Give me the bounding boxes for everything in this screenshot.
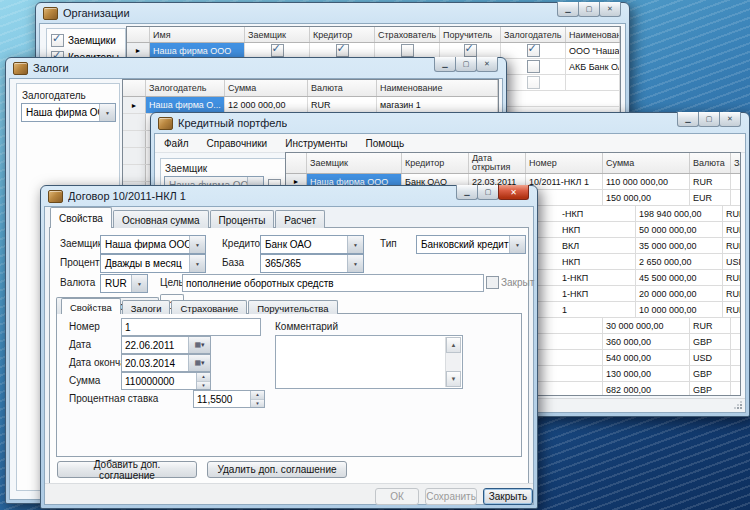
desktop: Организации ▁ ▢ ✕ Заемщики Кредиторы — [0, 0, 750, 510]
minimize-button[interactable]: ▁ — [677, 112, 699, 127]
borrowers-checkbox[interactable] — [51, 34, 64, 47]
pledger-checkbox[interactable] — [527, 60, 540, 73]
close-dialog-button[interactable]: Закрыть — [483, 488, 533, 505]
chevron-down-icon[interactable]: ▼ — [131, 275, 147, 292]
col-name[interactable]: Имя — [150, 27, 245, 42]
subtab-guarantees[interactable]: Поручительства — [248, 300, 337, 314]
spinner-buttons[interactable]: ▲▼ — [250, 391, 264, 407]
col-creditor[interactable]: Кредитор — [310, 27, 375, 42]
col-pledger[interactable]: Залогодатель — [146, 80, 225, 96]
rate-spinner[interactable]: 11,5500 ▲▼ — [193, 390, 265, 408]
pledger-checkbox[interactable] — [527, 76, 540, 89]
cell-currency: GBP — [690, 334, 731, 349]
cell-amount: 30 000 000,00 — [603, 318, 690, 333]
guarantor-checkbox[interactable] — [464, 44, 477, 57]
date-picker[interactable]: 22.06.2011 ▦▾ — [121, 336, 211, 354]
col-borrower[interactable]: Заемщик — [307, 153, 402, 173]
pledger-combobox[interactable]: Наша фирма ООО ▼ — [21, 103, 116, 122]
tab-principal[interactable]: Основная сумма — [113, 210, 209, 228]
pledges-titlebar[interactable]: Залоги — [6, 58, 506, 78]
chevron-down-icon[interactable]: ▼ — [189, 236, 205, 253]
subtab-insurance[interactable]: Страхование — [171, 300, 247, 314]
insurer-checkbox[interactable] — [401, 44, 414, 57]
comment-textarea[interactable]: ▲ ▼ — [275, 335, 463, 389]
end-date-picker[interactable]: 20.03.2014 ▦▾ — [121, 354, 211, 372]
organizations-titlebar[interactable]: Организации — [36, 3, 629, 23]
currency-label: Валюта — [60, 277, 95, 288]
cell-amount: 10 000 000,00 — [636, 302, 723, 317]
resize-grip[interactable] — [734, 401, 742, 409]
remove-supplement-button[interactable]: Удалить доп. соглашение — [207, 461, 347, 478]
subtab-properties[interactable]: Свойства — [61, 298, 121, 314]
amount-spinner[interactable]: 110000000 ▲▼ — [121, 372, 211, 390]
maximize-button[interactable]: ▢ — [578, 2, 600, 17]
type-combobox[interactable]: Банковский кредит▼ — [416, 235, 526, 254]
scroll-up-icon[interactable]: ▲ — [446, 337, 461, 353]
col-insurer[interactable]: Страхователь — [375, 27, 440, 42]
col-amount[interactable]: Сумма — [225, 80, 308, 96]
chevron-down-icon[interactable]: ▼ — [347, 255, 363, 272]
menu-file[interactable]: Файл — [155, 136, 198, 151]
menu-help[interactable]: Помощь — [357, 136, 414, 151]
app-icon — [158, 117, 173, 130]
maximize-button[interactable]: ▢ — [698, 112, 720, 127]
cell-currency: RUR — [308, 97, 377, 113]
chevron-down-icon[interactable]: ▼ — [189, 255, 205, 272]
cell-amount: 130 000,00 — [603, 366, 690, 381]
closed-checkbox[interactable] — [486, 276, 499, 289]
portfolio-titlebar[interactable]: Кредитный портфель — [151, 113, 749, 133]
close-button[interactable]: ✕ — [599, 2, 621, 17]
add-supplement-button[interactable]: Добавить доп. соглашение — [57, 461, 197, 478]
currency-combobox[interactable]: RUR▼ — [100, 274, 148, 293]
filter-borrowers[interactable]: Заемщики — [51, 34, 116, 47]
chevron-down-icon[interactable]: ▼ — [99, 104, 115, 121]
col-pledger[interactable]: Залогодатель — [501, 27, 566, 42]
purpose-label: Цель — [160, 277, 184, 288]
borrower-checkbox[interactable] — [271, 44, 284, 57]
col-fullname[interactable]: Наименование — [566, 27, 620, 42]
chevron-down-icon[interactable]: ▼ — [509, 236, 525, 253]
menu-directories[interactable]: Справочники — [198, 136, 277, 151]
number-input[interactable]: 1 — [121, 318, 261, 336]
creditor-combobox[interactable]: Банк ОАО▼ — [260, 235, 364, 254]
col-currency[interactable]: Валюта — [308, 80, 377, 96]
col-name[interactable]: Наименование — [377, 80, 498, 96]
col-closed[interactable]: Закрыт — [731, 153, 741, 173]
col-currency[interactable]: Валюта — [690, 153, 731, 173]
ok-button[interactable]: ОК — [375, 488, 419, 505]
tab-calculation[interactable]: Расчет — [275, 210, 325, 228]
menu-tools[interactable]: Инструменты — [276, 136, 356, 151]
chevron-down-icon[interactable]: ▼ — [347, 236, 363, 253]
save-button[interactable]: Сохранить — [425, 488, 477, 505]
col-guarantor[interactable]: Поручитель — [440, 27, 501, 42]
col-borrower[interactable]: Заемщик — [245, 27, 310, 42]
purpose-input[interactable]: пополнение оборотных средств — [182, 274, 484, 292]
subtab-pledges[interactable]: Залоги — [122, 300, 171, 314]
minimize-button[interactable]: ▁ — [434, 57, 456, 72]
col-amount[interactable]: Сумма — [603, 153, 690, 173]
portfolio-title: Кредитный портфель — [178, 117, 287, 129]
creditor-checkbox[interactable] — [336, 44, 349, 57]
pledger-checkbox[interactable] — [527, 44, 540, 57]
tab-interest[interactable]: Проценты — [210, 210, 275, 228]
base-combobox[interactable]: 365/365▼ — [260, 254, 364, 273]
scroll-down-icon[interactable]: ▼ — [446, 371, 461, 387]
close-button[interactable]: ✕ — [498, 185, 529, 200]
interest-combobox[interactable]: Дважды в месяц▼ — [100, 254, 206, 273]
col-creditor[interactable]: Кредитор — [402, 153, 469, 173]
calendar-icon[interactable]: ▦▾ — [188, 337, 210, 353]
col-number[interactable]: Номер — [526, 153, 603, 173]
minimize-button[interactable]: ▁ — [456, 185, 478, 200]
cell-name: магазин 1 — [377, 97, 498, 113]
maximize-button[interactable]: ▢ — [477, 185, 499, 200]
maximize-button[interactable]: ▢ — [455, 57, 477, 72]
comment-scrollbar[interactable]: ▲ ▼ — [445, 337, 461, 387]
tab-properties[interactable]: Свойства — [50, 207, 112, 228]
borrower-combobox[interactable]: Наша фирма ООО▼ — [100, 235, 206, 254]
minimize-button[interactable]: ▁ — [557, 2, 579, 17]
col-open-date[interactable]: Дата открытия — [469, 153, 526, 173]
close-button[interactable]: ✕ — [719, 112, 741, 127]
close-button[interactable]: ✕ — [476, 57, 498, 72]
spinner-buttons[interactable]: ▲▼ — [196, 373, 210, 389]
calendar-icon[interactable]: ▦▾ — [188, 355, 210, 371]
